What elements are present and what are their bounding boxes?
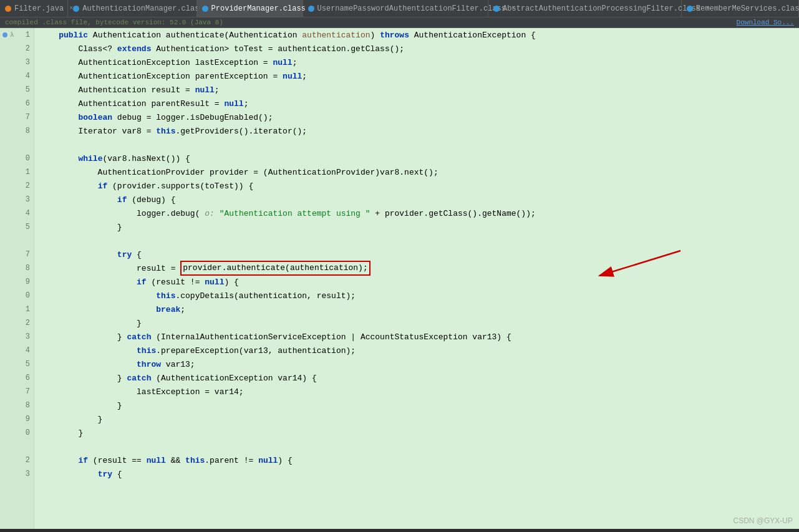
gutter-line-1: 1 [0,28,34,42]
info-bar: compiled .class file, bytecode version: … [0,17,799,28]
gutter-line-11: 1 [0,165,34,179]
code-line-3: AuthenticationException lastException = … [39,56,799,69]
gutter-line-22: 2 [0,316,34,330]
download-source-link[interactable]: Download So... [737,19,794,26]
gutter-line-5: 5 [0,83,34,97]
tab-filter[interactable]: Filter.java × [0,0,68,17]
gutter-line-3: 3 [0,56,34,69]
tab-label-filter: Filter.java [14,4,64,13]
code-line-2: Class<? extends Authentication> toTest =… [39,42,799,56]
code-line-8: Iterator var8 = this.getProviders().iter… [39,124,799,138]
tab-label-remember: RememberMeServices.class [696,4,799,13]
tab-provider-manager[interactable]: ProviderManager.class × [197,0,303,17]
tab-label-provider: ProviderManager.class [211,4,306,13]
line-number-gutter: 1 2 3 4 5 6 7 8 0 1 2 3 4 5 7 8 9 0 1 2 … [0,28,34,529]
code-line-29: } [39,412,799,426]
code-line-23: } catch (InternalAuthenticationServiceEx… [39,330,799,344]
tab-icon-auth [73,6,79,12]
gutter-line-13: 3 [0,193,34,206]
tab-label-abstract: AbstractAuthenticationProcessingFilter.c… [503,4,700,13]
code-line-20: this.copyDetails(authentication, result)… [39,289,799,302]
code-line-24: this.prepareException(var13, authenticat… [39,344,799,357]
gutter-line-20: 0 [0,289,34,302]
editor-area: 1 2 3 4 5 6 7 8 0 1 2 3 4 5 7 8 9 0 1 2 … [0,28,799,529]
gutter-line-33: 3 [0,467,34,481]
gutter-line-8: 8 [0,124,34,138]
code-line-1: public Authentication authenticate(Authe… [39,28,799,42]
code-line-31 [39,440,799,453]
tab-icon-provider [202,6,208,12]
code-line-5: Authentication result = null; [39,83,799,97]
code-line-21: break; [39,302,799,316]
gutter-line-21: 1 [0,302,34,316]
code-line-17: try { [39,248,799,261]
code-line-14: logger.debug( o: "Authentication attempt… [39,206,799,220]
code-line-19: if (result != null) { [39,275,799,289]
code-line-12: if (provider.supports(toTest)) { [39,179,799,193]
gutter-line-29: 9 [0,412,34,426]
tab-bar: Filter.java × AuthenticationManager.clas… [0,0,799,17]
gutter-line-25: 5 [0,357,34,371]
ide-window: Filter.java × AuthenticationManager.clas… [0,0,799,529]
gutter-line-24: 4 [0,344,34,357]
code-line-4: AuthenticationException parentException … [39,69,799,83]
tab-icon-abstract [493,6,500,12]
gutter-line-32: 2 [0,453,34,467]
code-line-27: lastException = var14; [39,385,799,399]
tab-remember-me[interactable]: RememberMeServices.class × [682,0,799,17]
tab-label-username: UsernamePasswordAuthenticationFilter.cla… [317,4,506,13]
gutter-line-15: 5 [0,220,34,234]
tab-icon-filter [5,6,11,12]
code-line-11: AuthenticationProvider provider = (Authe… [39,165,799,179]
gutter-line-28: 8 [0,399,34,412]
tab-abstract-filter[interactable]: AbstractAuthenticationProcessingFilter.c… [488,0,682,17]
code-line-16 [39,234,799,248]
gutter-line-30: 0 [0,426,34,440]
tab-icon-remember [687,6,693,12]
gutter-line-26: 6 [0,371,34,385]
gutter-line-31 [0,440,34,453]
code-line-7: boolean debug = logger.isDebugEnabled(); [39,110,799,124]
code-line-32: if (result == null && this.parent != nul… [39,453,799,467]
code-line-26: } catch (AuthenticationException var14) … [39,371,799,385]
tab-icon-username [308,6,314,12]
code-line-6: Authentication parentResult = null; [39,97,799,110]
gutter-line-2: 2 [0,42,34,56]
code-line-13: if (debug) { [39,193,799,206]
gutter-line-4: 4 [0,69,34,83]
tab-auth-manager[interactable]: AuthenticationManager.class × [68,0,196,17]
gutter-line-16 [0,234,34,248]
gutter-line-27: 7 [0,385,34,399]
watermark: CSDN @GYX-UP [733,516,793,525]
gutter-line-17: 7 [0,248,34,261]
gutter-line-10: 0 [0,152,34,165]
code-line-9 [39,138,799,152]
gutter-line-19: 9 [0,275,34,289]
tab-username-filter[interactable]: UsernamePasswordAuthenticationFilter.cla… [303,0,489,17]
code-content: public Authentication authenticate(Authe… [34,28,799,529]
code-line-18: result = provider.authenticate(authentic… [39,261,799,275]
tab-label-auth: AuthenticationManager.class [82,4,203,13]
code-line-25: throw var13; [39,357,799,371]
code-line-10: while(var8.hasNext()) { [39,152,799,165]
code-line-33: try { [39,467,799,481]
bytecode-info: compiled .class file, bytecode version: … [5,19,223,26]
gutter-line-7: 7 [0,110,34,124]
code-line-28: } [39,399,799,412]
gutter-line-23: 3 [0,330,34,344]
gutter-line-18: 8 [0,261,34,275]
gutter-line-14: 4 [0,206,34,220]
code-line-30: } [39,426,799,440]
gutter-line-9 [0,138,34,152]
code-line-22: } [39,316,799,330]
gutter-line-12: 2 [0,179,34,193]
gutter-line-6: 6 [0,97,34,110]
code-line-15: } [39,220,799,234]
